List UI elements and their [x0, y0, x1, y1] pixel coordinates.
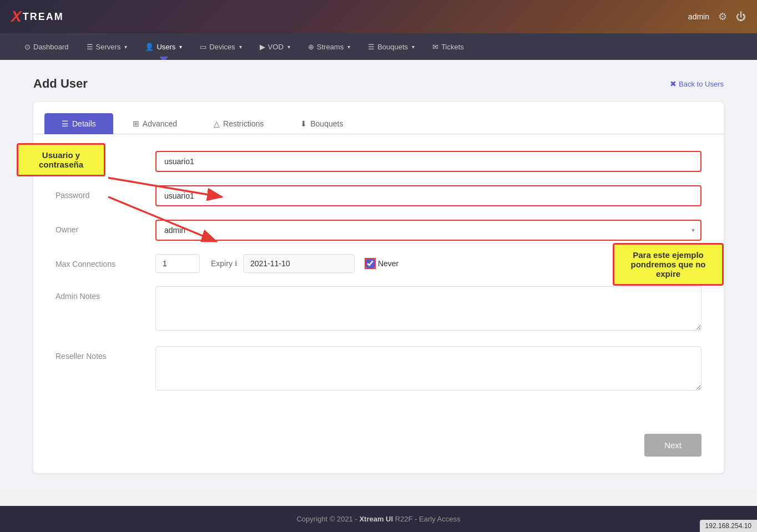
devices-icon: ▭: [200, 43, 206, 51]
annotation-usuario: Usuario ycontraseña: [17, 143, 105, 176]
streams-dropdown-arrow: ▾: [347, 44, 350, 50]
form-card: ☰ Details ⊞ Advanced △ Restrictions ⬇ Bo…: [33, 102, 724, 473]
back-link-label: Back to Users: [679, 80, 724, 88]
nav-label-tickets: Tickets: [441, 43, 464, 51]
nav-item-bouquets[interactable]: ☰ Bouquets ▾: [360, 39, 422, 54]
users-dropdown-arrow: ▾: [179, 44, 182, 50]
logo: X TREAM: [11, 8, 64, 26]
next-button[interactable]: Next: [644, 434, 702, 457]
logo-text: TREAM: [23, 11, 64, 23]
nav-item-users[interactable]: 👤 Users ▾: [137, 39, 190, 54]
restrictions-tab-icon: △: [214, 119, 220, 128]
streams-icon: ⊕: [308, 43, 314, 51]
back-icon: ✖: [670, 79, 677, 88]
expiry-date-input[interactable]: [243, 254, 355, 273]
power-icon[interactable]: ⏻: [736, 11, 746, 23]
form-actions: Next: [33, 423, 724, 473]
annotation-expire: Para este ejemplopondremos que no expire: [613, 243, 724, 286]
bouquets-dropdown-arrow: ▾: [412, 44, 415, 50]
password-row: Password: [55, 185, 702, 206]
password-input[interactable]: [155, 185, 702, 206]
never-checkbox[interactable]: [366, 259, 375, 268]
bouquets-icon: ☰: [368, 43, 375, 51]
password-field: [155, 185, 702, 206]
details-tab-label: Details: [72, 119, 96, 128]
servers-dropdown-arrow: ▾: [124, 44, 127, 50]
nav-label-servers: Servers: [96, 43, 121, 51]
nav-label-users: Users: [157, 43, 175, 51]
bouquets-tab-label: Bouquets: [310, 119, 343, 128]
header-right: admin ⚙ ⏻: [688, 11, 746, 23]
footer-text: Copyright © 2021 -: [296, 515, 359, 523]
footer-brand: Xtream UI: [359, 515, 393, 523]
admin-notes-row: Admin Notes: [55, 286, 702, 333]
owner-label: Owner: [55, 220, 155, 234]
nav-item-dashboard[interactable]: ⊙ Dashboard: [17, 39, 77, 54]
admin-notes-input[interactable]: [155, 286, 702, 331]
expiry-group: Expiry ℹ: [211, 254, 355, 273]
password-label: Password: [55, 185, 155, 200]
reseller-notes-input[interactable]: [155, 346, 702, 391]
reseller-notes-label: Reseller Notes: [55, 346, 155, 361]
back-to-users-link[interactable]: ✖ Back to Users: [670, 79, 724, 88]
max-connections-label: Max Connections: [55, 254, 155, 268]
expiry-info-icon: ℹ: [235, 260, 238, 267]
username-row: Username: [55, 151, 702, 172]
username-field: [155, 151, 702, 172]
ip-badge: 192.168.254.10: [700, 520, 757, 532]
advanced-tab-icon: ⊞: [133, 119, 139, 128]
nav-label-dashboard: Dashboard: [33, 43, 69, 51]
servers-icon: ☰: [87, 43, 93, 51]
restrictions-tab-label: Restrictions: [223, 119, 264, 128]
tickets-icon: ✉: [432, 43, 438, 51]
nav-item-servers[interactable]: ☰ Servers ▾: [79, 39, 135, 54]
reseller-notes-field: [155, 346, 702, 393]
admin-username: admin: [688, 12, 709, 21]
owner-select-wrapper: admin ▾: [155, 220, 702, 241]
nav-item-tickets[interactable]: ✉ Tickets: [425, 39, 472, 54]
username-input[interactable]: [155, 151, 702, 172]
vod-dropdown-arrow: ▾: [287, 44, 290, 50]
header: X TREAM admin ⚙ ⏻: [0, 0, 757, 33]
devices-dropdown-arrow: ▾: [239, 44, 242, 50]
nav-label-bouquets: Bouquets: [377, 43, 408, 51]
never-group: Never: [366, 259, 398, 268]
nav-label-streams: Streams: [317, 43, 344, 51]
nav-item-streams[interactable]: ⊕ Streams ▾: [300, 39, 358, 54]
footer-version: R22F - Early Access: [395, 515, 461, 523]
admin-notes-field: [155, 286, 702, 333]
page-title: Add User: [33, 77, 88, 91]
expiry-label: Expiry ℹ: [211, 259, 238, 268]
owner-select[interactable]: admin: [155, 220, 702, 241]
logo-x-icon: X: [11, 8, 22, 26]
admin-notes-label: Admin Notes: [55, 286, 155, 301]
max-connections-input[interactable]: [155, 254, 200, 273]
tabs: ☰ Details ⊞ Advanced △ Restrictions ⬇ Bo…: [33, 102, 724, 134]
tab-restrictions[interactable]: △ Restrictions: [196, 113, 281, 134]
details-tab-icon: ☰: [62, 119, 69, 128]
nav-item-vod[interactable]: ▶ VOD ▾: [252, 39, 298, 54]
expiry-text: Expiry: [211, 259, 233, 268]
vod-icon: ▶: [260, 43, 265, 51]
nav-label-devices: Devices: [209, 43, 235, 51]
bouquets-tab-icon: ⬇: [300, 119, 307, 128]
navigation: ⊙ Dashboard ☰ Servers ▾ 👤 Users ▾ ▭ Devi…: [0, 33, 757, 60]
advanced-tab-label: Advanced: [143, 119, 177, 128]
tab-bouquets[interactable]: ⬇ Bouquets: [283, 113, 360, 134]
page-wrapper: Usuario ycontraseña Para este ejemplopon…: [0, 60, 757, 506]
owner-field: admin ▾: [155, 220, 702, 241]
dashboard-icon: ⊙: [24, 43, 31, 51]
settings-icon[interactable]: ⚙: [718, 11, 727, 23]
tab-details[interactable]: ☰ Details: [44, 113, 113, 134]
never-label: Never: [378, 259, 398, 268]
footer: Copyright © 2021 - Xtream UI R22F - Earl…: [0, 506, 757, 532]
nav-item-devices[interactable]: ▭ Devices ▾: [192, 39, 249, 54]
reseller-notes-row: Reseller Notes: [55, 346, 702, 393]
page-header: Add User ✖ Back to Users: [33, 77, 724, 91]
nav-label-vod: VOD: [268, 43, 284, 51]
users-icon: 👤: [145, 43, 154, 51]
connections-row: Max Connections Expiry ℹ: [55, 254, 702, 273]
tab-advanced[interactable]: ⊞ Advanced: [115, 113, 194, 134]
owner-row: Owner admin ▾: [55, 220, 702, 241]
